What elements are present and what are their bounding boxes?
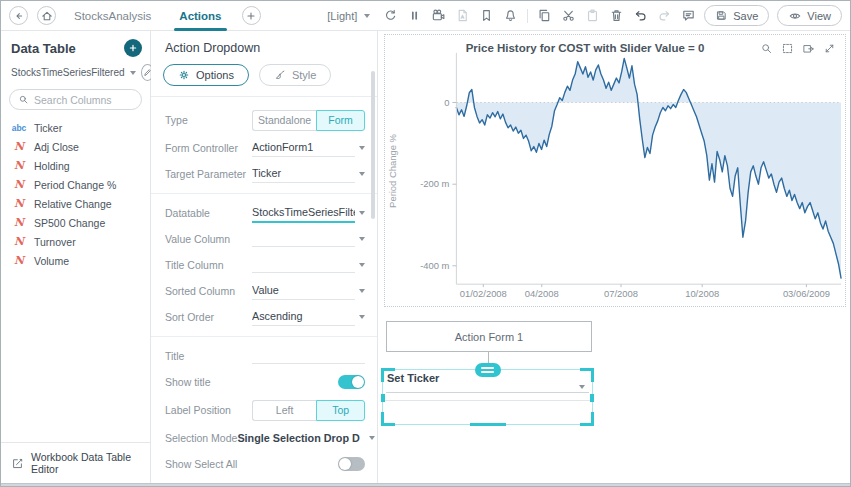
svg-text:04/2008: 04/2008 <box>525 288 559 299</box>
undo-icon[interactable] <box>633 8 648 23</box>
numeric-type-icon: N <box>11 254 27 267</box>
label-position-segmented-control: Left Top <box>252 400 365 421</box>
options-tab-button[interactable]: Options <box>163 64 249 86</box>
chart-zoom-search-icon[interactable] <box>760 42 773 55</box>
tab-actions[interactable]: Actions <box>179 1 221 31</box>
panopticon-designer-window: StocksAnalysis Actions [Light] <box>0 0 851 487</box>
field-selection-mode: Selection Mode Single Selection Drop D <box>165 425 365 451</box>
column-item-turnover[interactable]: NTurnover <box>11 234 140 249</box>
resize-handle-bottom[interactable] <box>470 423 506 426</box>
text-type-icon: abc <box>11 123 27 133</box>
type-option-form[interactable]: Form <box>316 110 365 131</box>
resize-handle-right[interactable] <box>590 394 594 402</box>
svg-text:03/06/2009: 03/06/2009 <box>783 288 830 299</box>
numeric-type-icon: N <box>11 235 27 248</box>
refresh-icon[interactable] <box>383 8 398 23</box>
type-option-standalone[interactable]: Standalone <box>252 110 316 131</box>
price-history-chart-card: Price History for COST with Slider Value… <box>384 34 846 307</box>
caret-down-icon <box>359 289 365 293</box>
field-title-column: Title Column <box>165 252 365 278</box>
drag-handle-icon[interactable] <box>475 363 501 377</box>
caret-down-icon <box>364 14 370 18</box>
column-item-ticker[interactable]: abcTicker <box>11 120 140 135</box>
chart-expand-icon[interactable] <box>823 42 836 55</box>
chart-export-icon[interactable] <box>802 42 815 55</box>
save-button[interactable]: Save <box>704 5 769 26</box>
field-value-column: Value Column <box>165 226 365 252</box>
target-parameter-select[interactable]: Ticker <box>252 165 365 183</box>
panel-scrollbar[interactable] <box>371 71 375 219</box>
value-column-select[interactable] <box>252 231 365 247</box>
timeseries-area-chart[interactable]: 0-200 m-400 m01/02/200804/200807/200810/… <box>385 35 845 306</box>
back-button[interactable] <box>9 6 28 25</box>
search-columns-input[interactable] <box>34 94 133 106</box>
chart-marquee-select-icon[interactable] <box>781 42 794 55</box>
add-dashboard-button[interactable] <box>242 6 261 25</box>
comment-icon[interactable] <box>681 8 696 23</box>
tab-stocksanalysis[interactable]: StocksAnalysis <box>74 1 151 31</box>
numeric-type-icon: N <box>11 178 27 191</box>
home-button[interactable] <box>37 6 56 25</box>
action-form-box[interactable]: Action Form 1 <box>386 321 592 352</box>
window-bottom-edge <box>1 483 850 487</box>
show-select-all-toggle[interactable] <box>338 457 365 471</box>
svg-text:01/02/2008: 01/02/2008 <box>460 288 507 299</box>
svg-text:0: 0 <box>444 97 449 108</box>
cut-scissors-icon[interactable] <box>561 8 576 23</box>
data-table-title: Data Table <box>11 41 76 56</box>
column-item-adj-close[interactable]: NAdj Close <box>11 139 140 154</box>
field-show-title: Show title <box>165 369 365 395</box>
title-column-select[interactable] <box>252 257 365 273</box>
edit-square-icon <box>11 457 24 470</box>
pause-icon[interactable] <box>407 8 422 23</box>
svg-text:07/2008: 07/2008 <box>604 288 638 299</box>
add-data-table-button[interactable] <box>124 39 142 57</box>
field-form-controller: Form Controller ActionForm1 <box>165 135 365 161</box>
section-divider <box>151 193 377 194</box>
set-ticker-dropdown-widget[interactable]: Set Ticker <box>382 369 593 425</box>
label-position-option-left[interactable]: Left <box>252 400 316 421</box>
theme-selector[interactable]: [Light] <box>327 10 370 22</box>
bookmark-icon[interactable] <box>479 8 494 23</box>
panel-title: Action Dropdown <box>151 31 377 62</box>
field-target-parameter: Target Parameter Ticker <box>165 161 365 187</box>
sort-order-select[interactable]: Ascending <box>252 308 365 326</box>
column-item-period-change[interactable]: NPeriod Change % <box>11 177 140 192</box>
style-tab-button[interactable]: Style <box>259 64 331 86</box>
show-title-toggle[interactable] <box>338 375 365 389</box>
numeric-type-icon: N <box>11 197 27 210</box>
camera-icon[interactable] <box>431 8 446 23</box>
view-button[interactable]: View <box>777 5 842 26</box>
toolbar-icon-group <box>383 8 696 23</box>
caret-down-icon <box>359 211 365 215</box>
caret-down-icon <box>359 237 365 241</box>
workbook-data-table-editor-button[interactable]: Workbook Data Table Editor <box>1 442 150 483</box>
selection-mode-select[interactable]: Single Selection Drop D <box>237 430 375 447</box>
redo-icon <box>657 8 672 23</box>
caret-down-icon[interactable] <box>579 385 585 389</box>
caret-down-icon <box>130 71 136 75</box>
trash-icon[interactable] <box>609 8 624 23</box>
datatable-select[interactable]: StocksTimeSeriesFiltere <box>252 204 365 223</box>
selection-corner-icon <box>580 368 594 382</box>
field-type: Type Standalone Form <box>165 105 365 135</box>
data-table-selector[interactable]: StocksTimeSeriesFiltered <box>1 61 150 84</box>
title-input[interactable] <box>252 348 365 364</box>
sorted-column-select[interactable]: Value <box>252 282 365 300</box>
column-list: abcTicker NAdj Close NHolding NPeriod Ch… <box>1 118 150 274</box>
copy-icon[interactable] <box>537 8 552 23</box>
column-item-volume[interactable]: NVolume <box>11 253 140 268</box>
column-item-holding[interactable]: NHolding <box>11 158 140 173</box>
plus-icon <box>244 9 258 23</box>
column-item-relative-change[interactable]: NRelative Change <box>11 196 140 211</box>
select-all-value-input[interactable] <box>252 482 365 483</box>
caret-down-icon <box>369 436 375 440</box>
chart-toolbar <box>760 42 836 55</box>
gear-icon <box>178 69 190 81</box>
resize-handle-left[interactable] <box>381 394 385 402</box>
notifications-bell-icon[interactable] <box>503 8 518 23</box>
column-item-sp500-change[interactable]: NSP500 Change <box>11 215 140 230</box>
dropdown-underline <box>386 392 589 393</box>
form-controller-select[interactable]: ActionForm1 <box>252 139 365 157</box>
label-position-option-top[interactable]: Top <box>316 400 365 421</box>
